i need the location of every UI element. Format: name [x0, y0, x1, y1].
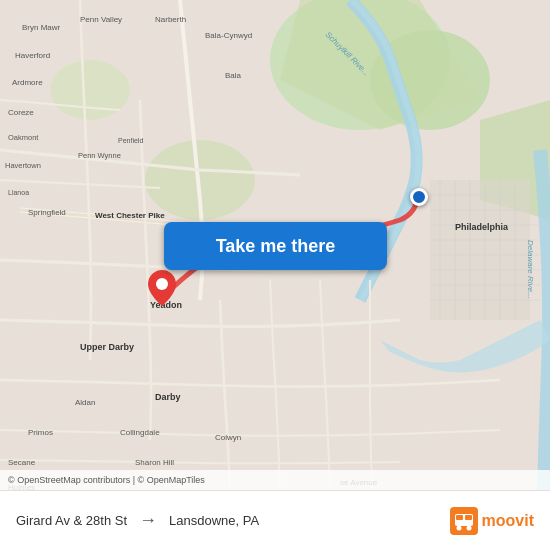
destination-pin	[148, 270, 176, 306]
svg-text:Bala-Cynwyd: Bala-Cynwyd	[205, 31, 252, 40]
svg-text:Darby: Darby	[155, 392, 181, 402]
svg-text:Ardmore: Ardmore	[12, 78, 43, 87]
bottom-bar: Girard Av & 28th St → Lansdowne, PA moov…	[0, 490, 550, 550]
svg-text:Colwyn: Colwyn	[215, 433, 241, 442]
svg-text:Narberth: Narberth	[155, 15, 186, 24]
svg-point-5	[50, 60, 130, 120]
svg-text:Springfield: Springfield	[28, 208, 66, 217]
moovit-brand-text: moovit	[482, 512, 534, 530]
map-container: Bryn Mawr Haverford Ardmore Coreze Oakmo…	[0, 0, 550, 490]
svg-text:Collingdale: Collingdale	[120, 428, 160, 437]
origin-marker	[410, 188, 428, 206]
svg-text:West Chester Pike: West Chester Pike	[95, 211, 165, 220]
svg-text:Penn Wynne: Penn Wynne	[78, 151, 121, 160]
svg-text:Bala: Bala	[225, 71, 242, 80]
svg-text:Haverford: Haverford	[15, 51, 50, 60]
svg-rect-55	[465, 515, 472, 520]
svg-text:Upper Darby: Upper Darby	[80, 342, 134, 352]
moovit-icon	[450, 507, 478, 535]
svg-text:Penn Valley: Penn Valley	[80, 15, 122, 24]
svg-text:Philadelphia: Philadelphia	[455, 222, 509, 232]
route-to: Lansdowne, PA	[169, 513, 259, 528]
svg-text:Primos: Primos	[28, 428, 53, 437]
route-from: Girard Av & 28th St	[16, 513, 127, 528]
svg-text:Delaware Rive...: Delaware Rive...	[526, 240, 535, 299]
svg-text:Llanoa: Llanoa	[8, 189, 29, 196]
svg-point-56	[456, 525, 461, 530]
svg-text:Oakmont: Oakmont	[8, 133, 39, 142]
svg-text:Secane: Secane	[8, 458, 36, 467]
svg-rect-54	[456, 515, 463, 520]
svg-text:Aldan: Aldan	[75, 398, 95, 407]
svg-text:Penfield: Penfield	[118, 137, 143, 144]
route-arrow: →	[139, 510, 157, 531]
map-attribution: © OpenStreetMap contributors | © OpenMap…	[0, 470, 550, 490]
moovit-logo: moovit	[450, 507, 534, 535]
svg-text:Havertown: Havertown	[5, 161, 41, 170]
svg-point-57	[466, 525, 471, 530]
svg-text:Sharon Hill: Sharon Hill	[135, 458, 174, 467]
svg-point-51	[156, 278, 168, 290]
svg-text:Bryn Mawr: Bryn Mawr	[22, 23, 61, 32]
svg-text:Coreze: Coreze	[8, 108, 34, 117]
take-me-there-button[interactable]: Take me there	[164, 222, 387, 270]
